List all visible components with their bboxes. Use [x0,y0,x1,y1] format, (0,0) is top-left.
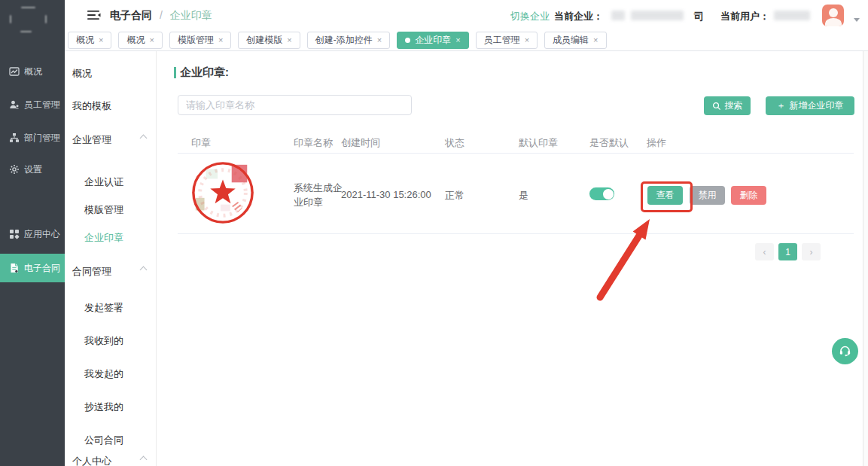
pagination-prev-button[interactable]: ‹ [755,243,774,260]
seal-name-search-input[interactable] [178,95,412,115]
app: { "colors": { "green": "#52b99a", "toggl… [0,0,868,466]
company-name-redacted [631,11,684,20]
scrollbar-track[interactable] [863,51,868,466]
submenu-item-received[interactable]: 我收到的 [84,334,123,348]
col-header-created-time: 创建时间 [341,136,380,150]
tab-label: 概况 [126,32,145,48]
col-header-is-default: 是否默认 [589,136,629,150]
pagination-page-1[interactable]: 1 [778,243,797,260]
current-user-label: 当前用户： [720,10,769,23]
tab-overview-1[interactable]: 概况× [68,32,111,49]
user-menu-caret-icon[interactable] [854,18,860,22]
tab-member-edit[interactable]: 成员编辑× [544,32,606,49]
company-name-suffix: 司 [694,10,704,23]
submenu-group-personal-center[interactable]: 个人中心 [72,455,111,466]
search-button[interactable]: 搜索 [704,96,751,115]
add-enterprise-seal-button[interactable]: ＋ 新增企业印章 [766,96,854,115]
tab-close-icon[interactable]: × [149,32,154,48]
submenu-item-enterprise-seal[interactable]: 企业印章 [84,231,123,245]
logo-redacted-mark [21,7,35,8]
tab-close-icon[interactable]: × [455,32,460,48]
cell-status: 正常 [445,189,464,203]
sidebar-item-label: 员工管理 [24,99,60,111]
submenu-group-contract-management[interactable]: 合同管理 [72,265,111,279]
tab-label: 模版管理 [178,32,214,48]
sidebar-item-label: 概况 [24,65,42,78]
sidebar-item-label: 应用中心 [24,228,60,241]
secondary-sidebar: 概况 我的模板 企业管理 企业认证 模版管理 企业印章 合同管理 发起签署 我收… [65,51,157,466]
tab-label: 创建-添加控件 [315,32,373,48]
tab-close-icon[interactable]: × [99,32,103,48]
submenu-item-initiated[interactable]: 我发起的 [84,367,123,381]
open-tabs-bar: 概况× 概况× 模版管理× 创建模版× 创建-添加控件× 企业印章× 员工管理×… [65,30,868,51]
breadcrumb-current: 企业印章 [170,9,212,21]
is-default-toggle[interactable] [589,187,614,200]
tab-close-icon[interactable]: × [525,32,529,48]
breadcrumb-root[interactable]: 电子合同 [110,9,152,21]
menu-fold-icon[interactable] [87,10,101,20]
sidebar-item-settings[interactable]: 设置 [0,160,65,178]
sidebar-item-employees[interactable]: 员工管理 [0,96,65,114]
pagination-next-button[interactable]: › [802,243,821,260]
submenu-item-initiate-signing[interactable]: 发起签署 [84,301,123,315]
tab-create-template[interactable]: 创建模版× [238,32,300,49]
disable-button[interactable]: 禁用 [690,186,725,205]
breadcrumb: 电子合同 / 企业印章 [110,9,212,23]
tab-employee-management[interactable]: 员工管理× [476,32,538,49]
headset-icon [838,344,852,358]
chevron-up-icon[interactable] [140,456,148,464]
cell-seal-name: 系统生成企业印章 [294,181,343,209]
chevron-up-icon[interactable] [140,135,148,142]
tab-label: 创建模版 [246,32,282,48]
tab-create-add-controls[interactable]: 创建-添加控件× [307,32,390,49]
tab-overview-2[interactable]: 概况× [118,32,162,49]
view-button[interactable]: 查看 [647,186,683,205]
user-name-redacted [774,11,810,20]
employees-icon [9,99,20,110]
submenu-group-enterprise-management[interactable]: 企业管理 [72,133,111,147]
customer-service-button[interactable] [832,338,858,364]
tab-template-management[interactable]: 模版管理× [169,32,231,49]
tab-close-icon[interactable]: × [287,32,291,48]
col-header-actions: 操作 [647,136,666,150]
table-row-divider [178,233,854,234]
submenu-item-overview[interactable]: 概况 [72,67,92,81]
sidebar-item-app-center[interactable]: 应用中心 [0,225,65,243]
table-header-divider [178,153,854,154]
submenu-item-company-contracts[interactable]: 公司合同 [84,434,123,447]
tab-close-icon[interactable]: × [218,32,223,48]
breadcrumb-separator: / [160,9,163,21]
avatar-body-shape [825,18,842,26]
tab-close-icon[interactable]: × [593,32,598,48]
submenu-item-cc-me[interactable]: 抄送我的 [84,401,123,414]
delete-button[interactable]: 删除 [731,186,766,205]
sidebar-item-label: 电子合同 [24,262,60,275]
sidebar-item-departments[interactable]: 部门管理 [0,129,65,147]
cell-created-time: 2021-11-30 15:26:00 [341,189,431,200]
sidebar-item-overview[interactable]: 概况 [0,62,65,81]
overview-icon [9,66,20,77]
tab-close-icon[interactable]: × [377,32,382,48]
departments-icon [9,132,20,143]
chevron-up-icon[interactable] [140,267,148,274]
sidebar-item-e-contract[interactable]: 电子合同 [0,254,65,282]
submenu-item-enterprise-certification[interactable]: 企业认证 [84,175,123,189]
tab-label: 企业印章 [415,32,451,48]
logo-redacted-mark [45,15,47,23]
submenu-item-my-templates[interactable]: 我的模板 [72,99,111,113]
search-icon [712,102,721,111]
primary-sidebar: 概况 员工管理 部门管理 设置 应用中心 电子合同 [0,0,65,466]
app-logo [0,0,65,53]
tab-enterprise-seal[interactable]: 企业印章× [397,32,468,49]
tab-label: 概况 [76,32,94,48]
user-avatar[interactable] [822,5,844,26]
logo-redacted-mark [10,15,11,23]
plus-icon: ＋ [777,99,786,112]
add-button-label: 新增企业印章 [790,99,844,112]
sidebar-item-label: 部门管理 [24,132,60,145]
switch-company-link[interactable]: 切换企业 [510,10,550,23]
submenu-item-template-management[interactable]: 模版管理 [84,203,123,217]
settings-icon [9,164,20,175]
cell-default-seal: 是 [519,189,528,203]
tab-label: 成员编辑 [553,32,589,48]
